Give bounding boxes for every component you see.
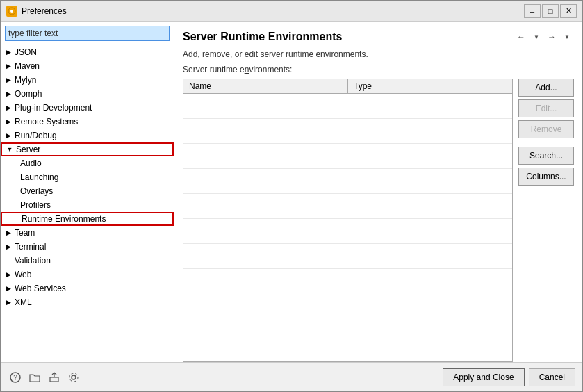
filter-input[interactable] <box>5 26 170 41</box>
export-icon[interactable] <box>47 370 62 385</box>
table-row <box>183 244 512 256</box>
sidebar-item-audio[interactable]: Audio <box>1 156 174 170</box>
server-runtime-table: Name Type <box>183 79 513 362</box>
sidebar-item-terminal[interactable]: ▶ Terminal <box>1 240 174 254</box>
expand-arrow: ▶ <box>3 131 13 140</box>
sidebar-item-label: Maven <box>15 61 40 71</box>
sidebar-item-web[interactable]: ▶ Web <box>1 268 174 281</box>
table-row <box>183 231 512 244</box>
tree-area: ▶ JSON ▶ Maven ▶ Mylyn ▶ Oomph <box>1 44 174 362</box>
table-header: Name Type <box>183 79 512 94</box>
sidebar-item-oomph[interactable]: ▶ Oomph <box>1 87 174 101</box>
panel-description: Add, remove, or edit server runtime envi… <box>183 49 574 59</box>
sidebar-item-label: Oomph <box>15 89 42 99</box>
sidebar-item-label: Team <box>15 228 35 238</box>
expand-arrow: ▶ <box>3 103 13 113</box>
nav-forward-dropdown[interactable]: ▼ <box>560 30 574 44</box>
expand-arrow: ▶ <box>3 284 13 293</box>
nav-forward-button[interactable]: → <box>545 30 559 44</box>
edit-button[interactable]: Edit... <box>518 99 574 117</box>
sidebar-item-label: JSON <box>15 47 37 57</box>
apply-close-button[interactable]: Apply and Close <box>443 368 524 386</box>
maximize-button[interactable]: □ <box>542 4 559 18</box>
sidebar-item-plugin-dev[interactable]: ▶ Plug-in Development <box>1 101 174 115</box>
sidebar-item-remote-systems[interactable]: ▶ Remote Systems <box>1 115 174 129</box>
table-body <box>183 94 512 361</box>
svg-text:?: ? <box>13 374 17 382</box>
window-icon <box>6 6 17 17</box>
table-row <box>183 181 512 194</box>
help-icon[interactable]: ? <box>8 370 23 385</box>
sidebar-item-label: Audio <box>20 158 42 168</box>
sidebar-item-label: Overlays <box>20 186 53 196</box>
expand-arrow: ▼ <box>5 145 15 154</box>
expand-arrow: ▶ <box>3 297 13 307</box>
sidebar-item-label: Launching <box>20 172 58 182</box>
svg-rect-4 <box>50 377 58 382</box>
sidebar-item-web-services[interactable]: ▶ Web Services <box>1 281 174 295</box>
sidebar-item-team[interactable]: ▶ Team <box>1 226 174 240</box>
panel-subtitle: Server runtime environments: <box>183 65 574 74</box>
sidebar-item-label: Web Services <box>15 284 66 293</box>
sidebar-item-label: Mylyn <box>15 75 36 85</box>
table-row <box>183 194 512 206</box>
svg-point-6 <box>69 373 78 382</box>
sidebar-item-xml[interactable]: ▶ XML <box>1 295 174 309</box>
sidebar-item-label: Terminal <box>15 242 46 252</box>
left-panel: ▶ JSON ▶ Maven ▶ Mylyn ▶ Oomph <box>1 22 174 362</box>
expand-arrow: ▶ <box>3 89 13 99</box>
table-row <box>183 169 512 181</box>
expand-arrow: ▶ <box>3 75 13 85</box>
sidebar-item-overlays[interactable]: Overlays <box>1 184 174 198</box>
column-name: Name <box>183 79 348 93</box>
expand-arrow: ▶ <box>3 47 13 57</box>
expand-arrow: ▶ <box>3 117 13 126</box>
sidebar-item-label: XML <box>15 297 32 307</box>
sidebar-item-launching[interactable]: Launching <box>1 170 174 184</box>
bottom-bar: ? Apply and Clos <box>1 362 582 391</box>
table-row <box>183 269 512 281</box>
sidebar-item-label: Remote Systems <box>15 117 78 126</box>
cancel-button[interactable]: Cancel <box>529 368 575 386</box>
sidebar-item-json[interactable]: ▶ JSON <box>1 45 174 59</box>
table-row <box>183 156 512 169</box>
nav-back-dropdown[interactable]: ▼ <box>529 30 543 44</box>
remove-button[interactable]: Remove <box>518 120 574 138</box>
svg-point-5 <box>72 375 76 379</box>
table-row <box>183 144 512 156</box>
table-row <box>183 131 512 144</box>
sidebar-item-maven[interactable]: ▶ Maven <box>1 59 174 73</box>
table-row <box>183 206 512 219</box>
expand-arrow: ▶ <box>3 242 13 252</box>
sidebar-item-label: Profilers <box>20 200 51 210</box>
expand-arrow: ▶ <box>3 270 13 279</box>
sidebar-item-server[interactable]: ▼ Server <box>1 142 174 156</box>
open-folder-icon[interactable] <box>27 370 42 385</box>
search-button[interactable]: Search... <box>518 147 574 165</box>
column-type: Type <box>348 79 512 93</box>
table-row <box>183 119 512 131</box>
close-button[interactable]: ✕ <box>560 4 577 18</box>
bottom-left-icons: ? <box>8 370 81 385</box>
sidebar-item-mylyn[interactable]: ▶ Mylyn <box>1 73 174 87</box>
window-title: Preferences <box>22 6 524 16</box>
nav-icons: ← ▼ → ▼ <box>514 30 574 44</box>
sidebar-item-runtime-env[interactable]: Runtime Environments <box>1 212 174 226</box>
settings-icon[interactable] <box>66 370 81 385</box>
add-button[interactable]: Add... <box>518 79 574 97</box>
columns-button[interactable]: Columns... <box>518 168 574 186</box>
nav-back-button[interactable]: ← <box>514 30 528 44</box>
sidebar-item-label: Runtime Environments <box>22 214 106 224</box>
sidebar-item-label: Server <box>16 145 40 154</box>
sidebar-item-label: Validation <box>15 256 51 266</box>
sidebar-item-validation[interactable]: ▶ Validation <box>1 254 174 268</box>
minimize-button[interactable]: – <box>524 4 541 18</box>
sidebar-item-profilers[interactable]: Profilers <box>1 198 174 212</box>
right-panel: Server Runtime Environments ← ▼ → ▼ Add,… <box>174 22 582 362</box>
preferences-window: Preferences – □ ✕ ▶ JSON ▶ Maven <box>0 0 583 392</box>
table-row <box>183 106 512 119</box>
sidebar-item-run-debug[interactable]: ▶ Run/Debug <box>1 129 174 142</box>
table-row <box>183 94 512 106</box>
svg-point-1 <box>10 10 13 13</box>
panel-title: Server Runtime Environments <box>183 31 342 43</box>
